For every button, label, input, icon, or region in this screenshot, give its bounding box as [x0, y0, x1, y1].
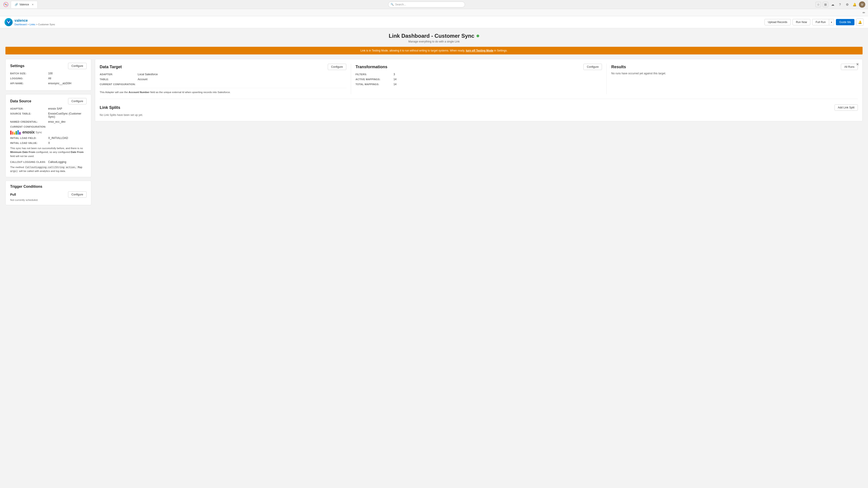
right-panel: ✕ Data Target Configure ADAPTER: Local S…: [95, 59, 863, 121]
breadcrumb: Dashboard > Links > Customer Sync: [14, 23, 55, 26]
pull-title: Pull: [10, 193, 16, 196]
settings-title: Settings: [10, 64, 24, 68]
edit-icon[interactable]: ✏: [863, 11, 865, 14]
enosix-sync-text: Sync: [35, 131, 42, 134]
tab-label: Valence: [20, 3, 29, 6]
page-title-section: Link Dashboard - Customer Sync Manage ev…: [5, 33, 863, 43]
enosix-text: enosix: [22, 130, 35, 135]
initial-load-note: This sync has not been run successfully …: [10, 147, 87, 158]
transformations-configure-button[interactable]: Configure: [583, 64, 602, 70]
app-header: valence Dashboard > Links > Customer Syn…: [0, 16, 868, 28]
status-indicator: [476, 35, 479, 37]
data-target-configure-button[interactable]: Configure: [328, 64, 346, 70]
svg-point-1: [5, 4, 6, 5]
results-title: Results: [611, 65, 626, 69]
field-initial-load-field: INITIAL LOAD FIELD: X_INITIALLOAD: [10, 136, 87, 140]
field-named-credential: NAMED CREDENTIAL: ensx_ecc_dev: [10, 120, 87, 123]
address-bar[interactable]: 🔍 Search...: [388, 2, 465, 7]
notifications-icon[interactable]: 🔔: [852, 2, 857, 7]
transformations-title-row: Transformations Configure: [355, 64, 602, 70]
dt-field-table: TABLE: Account: [100, 78, 346, 81]
pull-header: Pull Configure: [10, 191, 87, 198]
breadcrumb-dashboard[interactable]: Dashboard: [14, 23, 27, 26]
app-title-group: valence Dashboard > Links > Customer Syn…: [14, 19, 55, 26]
bookmark-icon[interactable]: ☆: [815, 2, 821, 7]
full-run-button[interactable]: Full Run: [812, 19, 829, 25]
settings-card: Settings Configure BATCH SIZE: 100 LOGGI…: [5, 59, 91, 91]
trans-field-active-mappings: ACTIVE MAPPINGS: 14: [355, 78, 602, 81]
breadcrumb-links[interactable]: Links: [29, 23, 35, 26]
trigger-conditions-title: Trigger Conditions: [10, 185, 42, 189]
help-icon[interactable]: ?: [837, 2, 843, 7]
trigger-configure-button[interactable]: Configure: [68, 191, 87, 198]
guide-me-button[interactable]: Guide Me: [836, 19, 855, 25]
results-title-row: Results All Runs: [611, 64, 858, 70]
search-icon: 🔍: [391, 3, 394, 6]
results-section: Results All Runs No runs have occurred y…: [611, 64, 858, 94]
trans-field-filters: FILTERS: 3: [355, 73, 602, 76]
trigger-conditions-card: Trigger Conditions Pull Configure Not cu…: [5, 181, 91, 205]
page-content: Link Dashboard - Customer Sync Manage ev…: [0, 28, 868, 485]
run-now-button[interactable]: Run Now: [793, 19, 810, 25]
upload-records-button[interactable]: Upload Records: [765, 19, 791, 25]
link-splits-section: Link Splits Add Link Split No Link Split…: [100, 103, 858, 117]
extensions-icon[interactable]: ⊞: [823, 2, 828, 7]
header-actions: Upload Records Run Now Full Run ▾ Guide …: [765, 19, 864, 26]
field-initial-load-value: INITIAL LOAD VALUE: X: [10, 141, 87, 144]
settings-fields: BATCH SIZE: 100 LOGGING: All API NAME: e…: [10, 72, 87, 85]
link-splits-title: Link Splits: [100, 105, 120, 110]
testing-mode-banner: Link is in Testing Mode, allowing it to …: [5, 47, 863, 55]
active-tab[interactable]: 🔗 Valence ✕: [11, 1, 37, 8]
field-logging: LOGGING: All: [10, 77, 87, 80]
add-link-split-button[interactable]: Add Link Split: [835, 104, 858, 111]
data-source-header: Data Source Configure: [10, 98, 87, 104]
page-subtitle: Manage everything to do with a single Li…: [5, 40, 863, 43]
callout-note: The method CalloutLogging.call(String ac…: [10, 165, 87, 173]
app-icon: [3, 1, 9, 8]
app-title: valence: [14, 19, 55, 23]
data-target-section: Data Target Configure ADAPTER: Local Sal…: [100, 64, 351, 94]
settings-icon[interactable]: ⚙: [844, 2, 850, 7]
cloud-icon[interactable]: ☁: [830, 2, 835, 7]
tab-close-icon[interactable]: ✕: [32, 3, 34, 6]
close-button[interactable]: ✕: [855, 62, 860, 66]
search-placeholder: Search...: [395, 3, 406, 6]
full-run-group: Full Run ▾: [812, 19, 834, 25]
not-scheduled-text: Not currently scheduled.: [10, 199, 87, 201]
right-sections-top: Data Target Configure ADAPTER: Local Sal…: [100, 64, 858, 99]
trans-field-total-mappings: TOTAL MAPPINGS: 14: [355, 83, 602, 86]
field-api-name: API NAME: ensxsync__alzD0H: [10, 82, 87, 85]
dt-field-adapter: ADAPTER: Local Salesforce: [100, 73, 346, 76]
page-title: Link Dashboard - Customer Sync: [5, 33, 863, 39]
no-runs-text: No runs have occurred yet against this t…: [611, 72, 858, 75]
address-bar-container: 🔍 Search...: [39, 2, 814, 7]
testing-mode-link[interactable]: turn off Testing Mode: [466, 49, 493, 52]
trigger-conditions-header: Trigger Conditions: [10, 185, 87, 189]
svg-point-2: [6, 20, 11, 24]
field-batch-size: BATCH SIZE: 100: [10, 72, 87, 75]
field-adapter: ADAPTER: enosix SAP: [10, 107, 87, 110]
data-source-configure-button[interactable]: Configure: [68, 98, 87, 104]
data-source-card: Data Source Configure ADAPTER: enosix SA…: [5, 94, 91, 177]
banner-text-after: in Settings.: [494, 49, 507, 52]
chrome-toolbar: ☆ ⊞ ☁ ? ⚙ 🔔 U: [815, 1, 865, 8]
settings-configure-button[interactable]: Configure: [68, 63, 87, 69]
field-current-config-label: CURRENT CONFIGURATION:: [10, 125, 87, 128]
left-panel: Settings Configure BATCH SIZE: 100 LOGGI…: [5, 59, 91, 209]
dt-field-current-config: CURRENT CONFIGURATION:: [100, 83, 346, 86]
chrome-bar: 🔗 Valence ✕ 🔍 Search... ☆ ⊞ ☁ ? ⚙ 🔔 U: [0, 0, 868, 9]
bell-icon[interactable]: 🔔: [856, 19, 864, 26]
link-splits-header: Link Splits Add Link Split: [100, 104, 858, 111]
app-logo-section: valence Dashboard > Links > Customer Syn…: [4, 18, 55, 26]
user-avatar[interactable]: U: [859, 1, 865, 8]
full-run-dropdown[interactable]: ▾: [829, 19, 834, 25]
extension-bar: ✏: [0, 9, 868, 16]
breadcrumb-current: Customer Sync: [38, 23, 55, 26]
transformations-section: Transformations Configure FILTERS: 3 ACT…: [355, 64, 607, 94]
transformations-title: Transformations: [355, 65, 388, 69]
valence-logo: [4, 18, 13, 26]
data-source-title: Data Source: [10, 99, 31, 103]
banner-text-before: Link is in Testing Mode, allowing it to …: [361, 49, 466, 52]
field-callout-logging: CALLOUT LOGGING CLASS: CalloutLogging: [10, 160, 87, 164]
data-target-config-note: This Adapter will use the Account Number…: [100, 88, 346, 94]
